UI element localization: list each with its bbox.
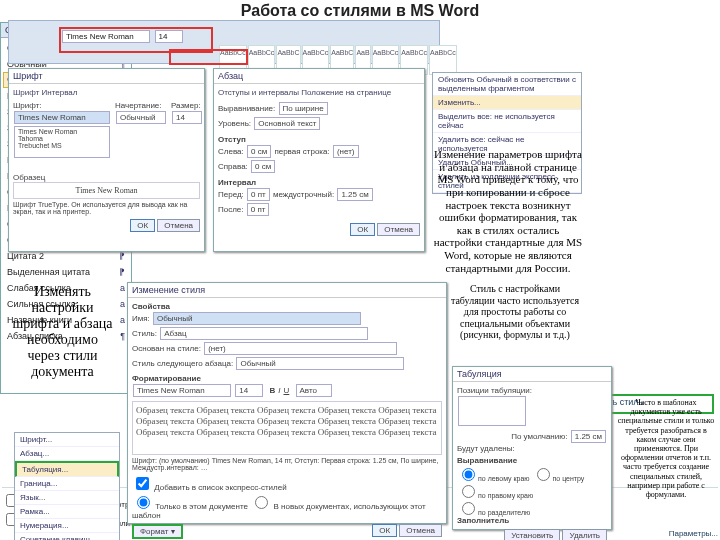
- note-change-via-styles: Изменять настройки шрифта и абзаца необх…: [10, 284, 115, 381]
- modify-style-item: Изменить...: [433, 96, 581, 110]
- font-size-picker[interactable]: 14: [155, 30, 183, 43]
- tab-position-input[interactable]: [458, 396, 526, 426]
- note-font-para: Изменение параметров шрифта и абзаца на …: [433, 148, 583, 274]
- note-templates: Часто в шаблонах документов уже есть спе…: [616, 398, 716, 499]
- font-preview: Times New Roman: [13, 182, 200, 199]
- cancel-button[interactable]: Отмена: [157, 219, 200, 232]
- note-tab-style: Стиль с настройками табуляции часто испо…: [450, 283, 580, 341]
- format-menu-tabulation: Табуляция...: [15, 461, 119, 477]
- format-button[interactable]: Формат ▾: [132, 524, 183, 539]
- font-picker[interactable]: Times New Roman: [62, 30, 150, 43]
- font-dialog: Шрифт Шрифт Интервал Шрифт: Times New Ro…: [8, 68, 205, 252]
- page-title: Работа со стилями в MS Word: [0, 2, 720, 20]
- modify-style-dialog: Изменение стиля Свойства Имя: Обычный Ст…: [127, 282, 447, 524]
- paragraph-dialog: Абзац Отступы и интервалы Положение на с…: [213, 68, 425, 252]
- cancel-button[interactable]: Отмена: [377, 223, 420, 236]
- ok-button[interactable]: ОК: [130, 219, 155, 232]
- ribbon: Times New Roman 14 AaBbCcAaBbCcAaBbCAaBb…: [8, 20, 440, 64]
- font-input[interactable]: Times New Roman: [14, 111, 110, 124]
- cancel-button[interactable]: Отмена: [399, 524, 442, 537]
- style-name-input[interactable]: Обычный: [153, 312, 361, 325]
- ok-button[interactable]: ОК: [350, 223, 375, 236]
- paragraph-group-highlight: [169, 49, 248, 65]
- sample-text: Образец текста Образец текста Образец те…: [132, 401, 442, 455]
- ok-button[interactable]: ОК: [372, 524, 397, 537]
- tabulation-dialog: Табуляция Позиции табуляции: По умолчани…: [452, 366, 612, 530]
- dialog-title: Шрифт: [9, 69, 204, 84]
- format-menu[interactable]: Шрифт... Абзац... Табуляция... Граница..…: [14, 432, 120, 540]
